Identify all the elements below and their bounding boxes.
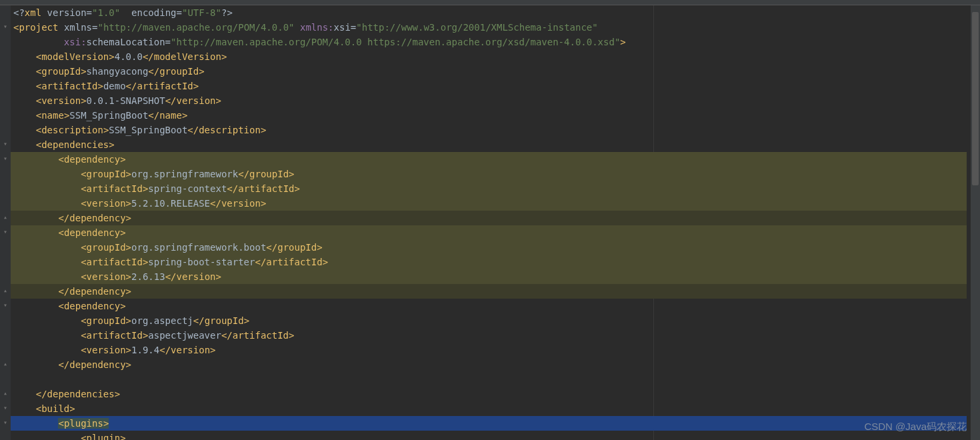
code-line: <artifactId>aspectjweaver</artifactId>	[11, 328, 967, 343]
code-editor[interactable]: <?xml version="1.0" encoding="UTF-8"?> <…	[11, 5, 967, 440]
code-line: <version>5.2.10.RELEASE</version>	[11, 196, 967, 211]
fold-icon[interactable]: ▾	[2, 419, 9, 426]
code-line: <groupId>org.springframework.boot</group…	[11, 240, 967, 255]
fold-icon[interactable]: ▾	[2, 155, 9, 162]
code-line: <description>SSM_SpringBoot</description…	[11, 123, 967, 137]
code-line: <version>2.6.13</version>	[11, 269, 967, 284]
code-line: </dependency>	[11, 284, 967, 299]
fold-icon[interactable]: ▾	[2, 23, 9, 30]
code-line: <groupId>shangyacong</groupId>	[11, 64, 967, 79]
code-line: </dependency>	[11, 211, 967, 225]
code-line: <artifactId>spring-boot-starter</artifac…	[11, 255, 967, 269]
fold-icon[interactable]: ▾	[2, 141, 9, 147]
code-line: <artifactId>demo</artifactId>	[11, 79, 967, 93]
fold-gutter: ▾ ▾ ▾ ▴ ▾ ▴ ▾ ▴ ▴ ▾ ▾ 💡	[0, 5, 11, 440]
vertical-scrollbar[interactable]	[971, 5, 980, 440]
code-line: <dependency>	[11, 152, 967, 167]
code-line: <version>1.9.4</version>	[11, 343, 967, 357]
code-line: <version>0.0.1-SNAPSHOT</version>	[11, 93, 967, 108]
code-line: <project xmlns="http://maven.apache.org/…	[11, 20, 967, 35]
code-line-caret: <plugins>	[11, 416, 967, 431]
code-line: <groupId>org.aspectj</groupId>	[11, 313, 967, 328]
code-line: <groupId>org.springframework</groupId>	[11, 167, 967, 181]
code-line: <artifactId>spring-context</artifactId>	[11, 181, 967, 196]
code-line: </dependencies>	[11, 387, 967, 401]
code-line: <?xml version="1.0" encoding="UTF-8"?>	[11, 5, 967, 20]
fold-icon[interactable]: ▴	[2, 361, 9, 367]
code-line: <build>	[11, 401, 967, 416]
code-line	[11, 372, 967, 387]
code-line: <name>SSM_SpringBoot</name>	[11, 108, 967, 123]
code-line: <dependencies>	[11, 137, 967, 152]
fold-icon[interactable]: ▾	[2, 229, 9, 235]
code-line: <dependency>	[11, 299, 967, 313]
code-line: <plugin>	[11, 431, 967, 440]
fold-icon[interactable]: ▴	[2, 287, 9, 294]
scroll-thumb[interactable]	[972, 12, 979, 185]
code-line: <modelVersion>4.0.0</modelVersion>	[11, 49, 967, 64]
code-line: </dependency>	[11, 357, 967, 372]
watermark-text: CSDN @Java码农探花	[864, 421, 967, 433]
code-line: xsi:schemaLocation="http://maven.apache.…	[11, 35, 967, 49]
editor-tab-strip	[0, 0, 980, 5]
fold-icon[interactable]: ▴	[2, 214, 9, 221]
fold-icon[interactable]: ▾	[2, 302, 9, 309]
fold-icon[interactable]: ▾	[2, 405, 9, 411]
fold-icon[interactable]: ▴	[2, 390, 9, 397]
code-line: <dependency>	[11, 225, 967, 240]
